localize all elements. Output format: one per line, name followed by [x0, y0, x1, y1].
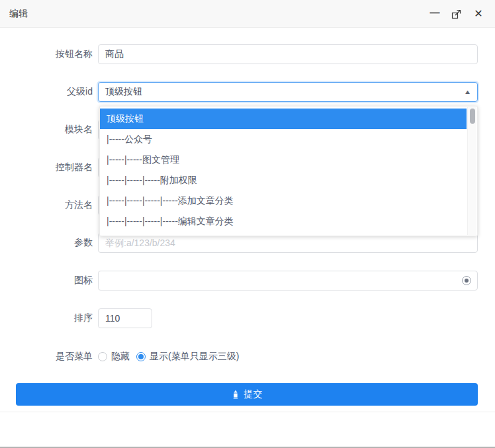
sort-input[interactable]: [98, 308, 152, 328]
parent-id-select[interactable]: 顶级按钮 ▲: [98, 82, 478, 102]
radio-show-circle-icon: [136, 352, 146, 361]
radio-hide[interactable]: 隐藏: [98, 351, 130, 363]
form-row-parent-id: 父级id 顶级按钮 ▲: [0, 82, 495, 102]
close-button[interactable]: ✕: [472, 8, 484, 20]
dropdown-option[interactable]: |-----公众号: [100, 129, 467, 150]
dropdown-option[interactable]: |-----|-----|-----|-----编辑文章分类: [100, 211, 467, 232]
edit-dialog: 编辑 — ✕ 按钮名称 父级id 顶级按钮: [0, 0, 495, 448]
form-row-button-name: 按钮名称: [0, 44, 495, 64]
dropdown-options: 顶级按钮|-----公众号|-----|-----图文管理|-----|----…: [100, 109, 477, 232]
maximize-icon: [451, 9, 462, 19]
radio-hide-label: 隐藏: [111, 351, 130, 363]
radio-hide-circle-icon: [98, 352, 107, 361]
dropdown-scrollbar-thumb[interactable]: [470, 109, 475, 124]
dropdown-option[interactable]: |-----|-----|-----|-----添加文章分类: [100, 191, 467, 211]
submit-button[interactable]: 提交: [16, 383, 478, 406]
params-label: 参数: [0, 237, 93, 249]
parent-id-selected-value: 顶级按钮: [105, 86, 142, 98]
content-divider: [0, 412, 495, 412]
sort-label: 排序: [0, 312, 93, 324]
icon-picker-circle-dot-icon[interactable]: [462, 276, 471, 285]
dropdown-scrollbar-track[interactable]: [467, 107, 476, 235]
icon-input[interactable]: [98, 271, 478, 291]
module-name-label: 模块名: [0, 124, 93, 136]
icon-label: 图标: [0, 275, 93, 287]
parent-id-dropdown-panel: 顶级按钮|-----公众号|-----|-----图文管理|-----|----…: [99, 106, 478, 236]
controller-name-label: 控制器名: [0, 161, 93, 173]
radio-show[interactable]: 显示(菜单只显示三级): [136, 351, 239, 363]
dropdown-option[interactable]: |-----|-----|-----附加权限: [100, 170, 467, 191]
is-menu-label: 是否菜单: [0, 351, 93, 363]
form-row-icon: 图标: [0, 271, 495, 291]
close-icon: ✕: [474, 9, 482, 19]
dropdown-option[interactable]: |-----|-----图文管理: [100, 150, 467, 170]
dropdown-option[interactable]: 顶级按钮: [100, 109, 467, 129]
submit-label: 提交: [244, 388, 263, 400]
radio-show-label: 显示(菜单只显示三级): [150, 351, 239, 363]
method-name-label: 方法名: [0, 199, 93, 211]
button-name-input[interactable]: [98, 44, 478, 64]
pencil-icon: [232, 390, 240, 399]
dialog-titlebar[interactable]: 编辑 — ✕: [0, 0, 495, 28]
minimize-icon: —: [430, 7, 440, 17]
dialog-title: 编辑: [9, 8, 28, 20]
form-row-is-menu: 是否菜单 隐藏 显示(菜单只显示三级): [0, 347, 495, 367]
chevron-up-icon: ▲: [464, 89, 472, 95]
button-name-label: 按钮名称: [0, 48, 93, 60]
minimize-button[interactable]: —: [429, 8, 441, 20]
form-row-sort: 排序: [0, 308, 495, 328]
parent-id-label: 父级id: [0, 86, 93, 98]
window-controls: — ✕: [429, 8, 484, 20]
maximize-button[interactable]: [451, 8, 463, 20]
